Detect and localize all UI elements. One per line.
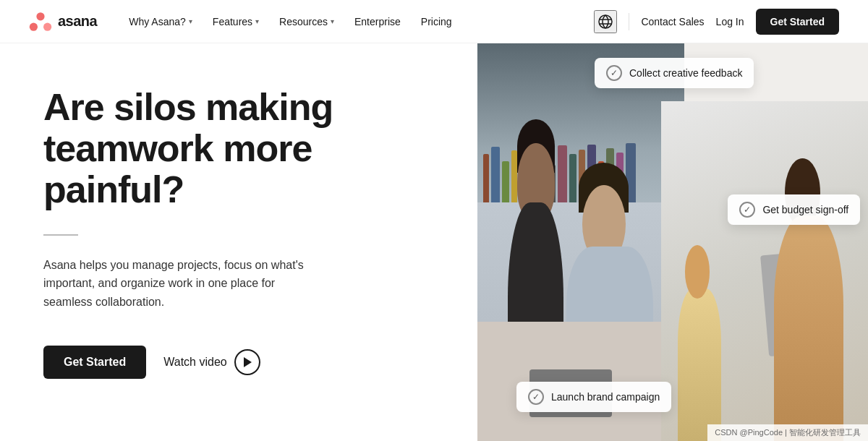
checkmark-icon: ✓ [744,205,751,215]
watch-video-label: Watch video [163,356,226,369]
task-badge-launch-label: Launch brand campaign [551,391,660,403]
nav-divider [629,13,629,30]
hero-description: Asana helps you manage projects, focus o… [43,256,318,312]
svg-point-1 [30,22,38,30]
nav-item-why-asana[interactable]: Why Asana? ▾ [120,10,201,33]
hero-right: ✓ Collect creative feedback ✓ Get budget… [477,43,868,441]
nav-item-pricing[interactable]: Pricing [412,10,461,33]
check-circle-icon: ✓ [528,389,544,405]
check-circle-icon: ✓ [739,202,755,218]
svg-point-0 [36,12,44,20]
nav-left: Why Asana? ▾ Features ▾ Resources ▾ Ente… [120,10,594,33]
task-badge-budget-label: Get budget sign-off [762,204,848,215]
figure-right-body [774,215,844,441]
watermark: CSDN @PingCode | 智能化研发管理工具 [707,424,868,441]
watch-video-button[interactable]: Watch video [163,349,260,375]
login-link[interactable]: Log In [716,16,744,27]
checkmark-icon: ✓ [532,392,540,402]
chevron-down-icon: ▾ [255,17,259,25]
checkmark-icon: ✓ [610,68,618,78]
check-circle-icon: ✓ [606,65,622,81]
svg-point-2 [43,22,51,30]
language-selector[interactable] [594,10,617,33]
nav-right: Contact Sales Log In Get Started [594,9,839,35]
play-triangle [244,357,252,367]
photo-right-panel [661,101,868,441]
figure-background [671,237,733,441]
hero-headline: Are silos making teamwork more painful? [43,87,448,211]
logo-text: asana [58,13,97,30]
get-started-nav-button[interactable]: Get Started [756,9,839,35]
navigation: asana Why Asana? ▾ Features ▾ Resources … [0,0,868,43]
chevron-down-icon: ▾ [189,17,192,25]
logo[interactable]: asana [29,12,97,32]
hero-left: Are silos making teamwork more painful? … [0,43,477,441]
play-icon [234,349,260,375]
nav-item-resources[interactable]: Resources ▾ [271,10,343,33]
task-badge-launch: ✓ Launch brand campaign [516,382,671,412]
get-started-hero-button[interactable]: Get Started [43,346,146,379]
task-badge-collect: ✓ Collect creative feedback [595,58,754,88]
hero-divider [43,234,78,236]
task-badge-budget: ✓ Get budget sign-off [728,194,860,225]
contact-sales-link[interactable]: Contact Sales [641,16,704,27]
task-badge-collect-label: Collect creative feedback [629,67,742,79]
chevron-down-icon: ▾ [331,17,334,25]
nav-item-enterprise[interactable]: Enterprise [346,10,409,33]
watermark-text: CSDN @PingCode | 智能化研发管理工具 [715,428,861,437]
main-content: Are silos making teamwork more painful? … [0,43,868,441]
nav-item-features[interactable]: Features ▾ [204,10,268,33]
svg-point-3 [599,15,612,28]
hero-actions: Get Started Watch video [43,346,448,379]
